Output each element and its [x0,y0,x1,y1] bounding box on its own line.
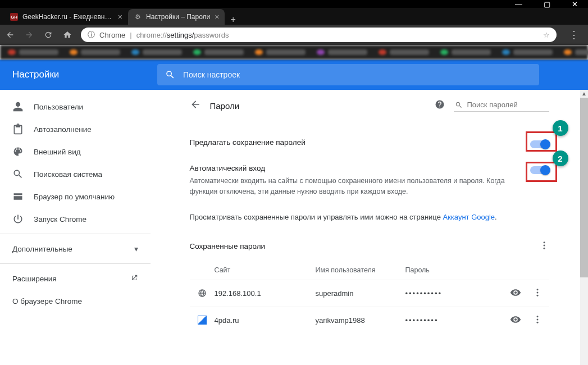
sidebar-item-label: Браузер по умолчанию [34,193,115,201]
bookmark-star-icon[interactable]: ☆ [543,31,550,39]
cell-password: •••••••••• [405,289,510,298]
sidebar-item-search-engine[interactable]: Поисковая система [0,163,151,185]
close-icon[interactable]: × [118,12,122,21]
password-search-placeholder: Поиск паролей [467,101,518,109]
password-search-input[interactable]: Поиск паролей [454,99,549,112]
sidebar-item-about[interactable]: О браузере Chrome [0,290,151,312]
content-scrollbar[interactable]: ▲ [580,90,588,365]
column-user: Имя пользователя [316,266,405,274]
svg-point-3 [536,289,538,290]
sidebar-item-label: Расширения [12,275,57,283]
sidebar-item-default-browser[interactable]: Браузер по умолчанию [0,185,151,208]
search-icon [455,101,463,109]
window-close-button[interactable]: ✕ [572,0,578,8]
show-password-button[interactable] [510,287,532,300]
annotation-box-1 [526,131,557,152]
reload-icon[interactable] [44,30,53,39]
window-controls: — ▢ ✕ [0,0,588,8]
new-tab-button[interactable]: + [225,15,241,25]
tab-title: Настройки – Пароли [146,13,210,21]
svg-point-4 [536,291,538,293]
saved-passwords-header: Сохраненные пароли [190,242,266,250]
annotation-badge-2: 2 [553,150,568,166]
page-title: Пароли [210,101,240,111]
search-icon [12,168,24,180]
omnibox-separator: | [130,31,131,39]
browser-tab[interactable]: GH GeekHacker.ru - Ежедневный жу × [4,9,128,25]
back-button[interactable] [190,99,201,112]
scroll-thumb[interactable] [580,98,588,277]
favicon-geekhacker: GH [10,13,18,21]
sidebar-item-label: Внешний вид [34,148,81,156]
svg-point-2 [543,247,545,249]
saved-passwords-menu-button[interactable] [539,240,549,253]
sidebar-item-label: Поисковая система [34,170,102,179]
cell-username: yarikvamp1988 [316,316,405,325]
browser-tab-strip: GH GeekHacker.ru - Ежедневный жу × ⚙ Нас… [0,8,588,25]
column-password: Пароль [405,266,549,274]
globe-icon [198,289,207,298]
setting-offer-save-passwords: Предлагать сохранение паролей 1 [190,130,549,156]
cell-site: 4pda.ru [215,316,316,325]
show-password-button[interactable] [510,314,532,327]
address-bar-row: ⓘ Chrome | chrome://settings/passwords ☆… [0,25,588,45]
browser-tab-active[interactable]: ⚙ Настройки – Пароли × [128,9,225,25]
external-link-icon [130,274,138,284]
google-account-link[interactable]: Аккаунт Google [443,213,495,221]
site-info-icon[interactable]: ⓘ [88,30,95,40]
help-icon[interactable] [435,99,445,112]
sidebar-item-autofill[interactable]: Автозаполнение [0,118,151,140]
close-icon[interactable]: × [215,12,219,21]
settings-search-placeholder: Поиск настроек [183,70,240,79]
sidebar-item-label: Дополнительные [12,245,72,253]
user-icon [12,101,24,112]
sidebar-item-label: Пользователи [34,103,83,111]
settings-app-title: Настройки [0,69,157,80]
browser-menu-button[interactable]: ⋮ [566,29,582,41]
manage-passwords-info: Просматривать сохраненные пароли и управ… [190,205,549,232]
settings-sidebar: Пользователи Автозаполнение Внешний вид … [0,90,151,365]
nav-back-icon[interactable] [6,30,15,39]
svg-point-7 [536,318,538,320]
omnibox[interactable]: ⓘ Chrome | chrome://settings/passwords ☆ [81,28,557,42]
bookmarks-bar[interactable] [0,45,588,60]
annotation-box-2 [526,162,557,182]
row-menu-button[interactable] [532,314,549,326]
site-favicon-4pda [198,316,207,325]
cell-username: superadmin [316,289,405,298]
svg-point-5 [536,294,538,296]
sidebar-item-users[interactable]: Пользователи [0,95,151,118]
sidebar-item-startup[interactable]: Запуск Chrome [0,208,151,230]
sidebar-item-appearance[interactable]: Внешний вид [0,140,151,163]
cell-password: ••••••••• [405,316,510,325]
annotation-badge-1: 1 [553,120,568,136]
row-menu-button[interactable] [532,288,549,299]
scroll-up-icon[interactable]: ▲ [580,90,588,98]
settings-content: Пароли Поиск паролей Предлагать сохранен… [151,90,588,365]
setting-auto-signin: Автоматический вход Автоматически входит… [190,156,549,205]
settings-search-box[interactable]: Поиск настроек [157,64,539,85]
column-site: Сайт [215,266,316,274]
cell-site: 192.168.100.1 [215,289,316,298]
window-maximize-button[interactable]: ▢ [544,0,550,8]
home-icon[interactable] [63,30,72,39]
power-icon [12,213,24,225]
setting-label: Предлагать сохранение паролей [190,138,519,147]
nav-forward-icon[interactable] [25,30,34,39]
tab-title: GeekHacker.ru - Ежедневный жу [22,13,113,21]
svg-point-1 [543,244,545,246]
nav-buttons [6,30,72,39]
window-minimize-button[interactable]: — [515,0,522,8]
svg-point-8 [536,321,538,323]
svg-point-0 [543,241,545,243]
password-row[interactable]: 192.168.100.1 superadmin •••••••••• [190,280,549,307]
password-row[interactable]: 4pda.ru yarikvamp1988 ••••••••• [190,307,549,334]
settings-header: Настройки Поиск настроек [0,60,588,90]
setting-description: Автоматически входить на сайты с помощью… [190,176,519,197]
sidebar-advanced-toggle[interactable]: Дополнительные ▾ [0,238,151,260]
sidebar-item-extensions[interactable]: Расширения [0,267,151,290]
svg-point-6 [536,316,538,317]
browser-icon [12,191,24,202]
sidebar-item-label: Запуск Chrome [34,215,86,223]
password-table-header: Сайт Имя пользователя Пароль [190,261,549,280]
